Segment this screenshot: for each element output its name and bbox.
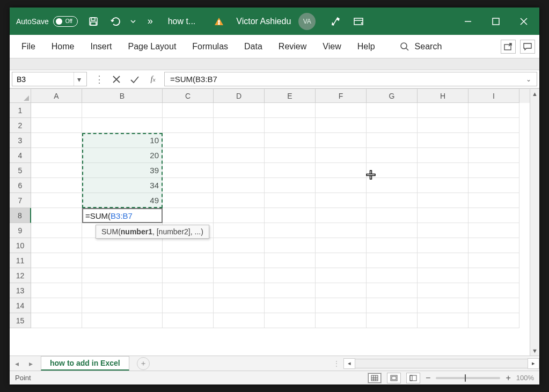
scroll-down-button[interactable]: ▼ [530,346,539,356]
row-header[interactable]: 14 [10,298,31,313]
row-header[interactable]: 6 [10,178,31,193]
cell[interactable] [82,283,163,298]
cell[interactable] [163,178,214,193]
tell-me-search[interactable]: Search [394,39,448,55]
cell[interactable] [367,268,418,283]
cell[interactable] [418,313,469,328]
scroll-right-button[interactable]: ▸ [528,358,539,369]
cell[interactable] [214,298,265,313]
cell[interactable]: 49 [82,193,163,208]
cell[interactable] [265,193,316,208]
cell[interactable] [418,253,469,268]
coming-soon-button[interactable] [326,12,346,31]
row-header[interactable]: 7 [10,193,31,208]
cell[interactable] [265,253,316,268]
cell[interactable] [265,133,316,148]
cell[interactable] [316,163,367,178]
cell[interactable] [367,253,418,268]
row-header[interactable]: 10 [10,238,31,253]
cell[interactable] [418,178,469,193]
cell[interactable] [316,118,367,133]
cell[interactable] [316,268,367,283]
cell[interactable] [316,103,367,118]
cell[interactable] [214,103,265,118]
cell[interactable] [163,238,214,253]
vertical-scrollbar[interactable]: ▲ ▼ [530,89,539,356]
cell[interactable] [469,283,519,298]
col-header-I[interactable]: I [469,89,519,103]
cell[interactable] [316,133,367,148]
cell[interactable] [214,238,265,253]
cell[interactable] [265,238,316,253]
grid[interactable]: A B C D E F G H I 1231042053963474989101… [10,89,530,356]
cell[interactable] [316,208,367,223]
cell[interactable] [469,238,519,253]
cell[interactable] [31,268,82,283]
new-sheet-button[interactable]: ＋ [137,357,150,370]
cell[interactable] [163,283,214,298]
cell[interactable] [367,193,418,208]
horizontal-scrollbar[interactable]: ◂ ▸ [343,356,539,371]
cell[interactable] [31,148,82,163]
cell[interactable] [214,163,265,178]
cell[interactable] [367,208,418,223]
cell[interactable] [367,223,418,238]
cell[interactable] [214,208,265,223]
col-header-E[interactable]: E [265,89,316,103]
cell[interactable] [31,238,82,253]
cell[interactable] [31,103,82,118]
cell[interactable] [367,103,418,118]
cell[interactable] [469,253,519,268]
scroll-up-button[interactable]: ▲ [530,89,539,99]
cell[interactable] [265,148,316,163]
cell[interactable] [418,268,469,283]
cell[interactable] [265,208,316,223]
cell[interactable] [316,193,367,208]
cell[interactable] [31,133,82,148]
cell[interactable] [163,313,214,328]
cancel-formula-button[interactable] [107,70,126,88]
cell[interactable] [469,208,519,223]
cell[interactable] [316,223,367,238]
cell[interactable] [214,268,265,283]
cell[interactable] [418,193,469,208]
cell[interactable] [163,298,214,313]
cell[interactable] [265,163,316,178]
cell[interactable] [31,223,82,238]
cell[interactable] [469,133,519,148]
col-header-B[interactable]: B [82,89,163,103]
view-page-layout-button[interactable] [387,373,401,383]
cell[interactable] [469,118,519,133]
select-all-button[interactable] [10,89,31,103]
cell[interactable] [31,313,82,328]
cell[interactable] [316,148,367,163]
cell[interactable] [265,268,316,283]
cell[interactable] [214,133,265,148]
col-header-H[interactable]: H [418,89,469,103]
cell[interactable] [265,103,316,118]
tab-file[interactable]: File [14,36,43,57]
tab-data[interactable]: Data [237,36,270,57]
col-header-A[interactable]: A [31,89,82,103]
row-header[interactable]: 3 [10,133,31,148]
cell[interactable] [163,118,214,133]
cell[interactable] [316,238,367,253]
tab-scroll-splitter[interactable]: ⋮ [330,359,343,368]
cell[interactable] [469,313,519,328]
cell[interactable] [214,178,265,193]
cell[interactable] [469,223,519,238]
close-button[interactable] [511,8,536,35]
cell[interactable] [469,193,519,208]
row-header[interactable]: 4 [10,148,31,163]
row-header[interactable]: 1 [10,103,31,118]
row-header[interactable]: 9 [10,223,31,238]
cell[interactable] [316,313,367,328]
ribbon-display-button[interactable] [349,12,368,31]
autosave-switch[interactable]: Off [53,16,78,27]
cell[interactable]: 20 [82,148,163,163]
view-normal-button[interactable] [368,373,382,383]
warning-icon[interactable] [209,12,229,31]
cell[interactable] [418,133,469,148]
undo-button[interactable] [106,12,125,31]
cell[interactable] [163,163,214,178]
